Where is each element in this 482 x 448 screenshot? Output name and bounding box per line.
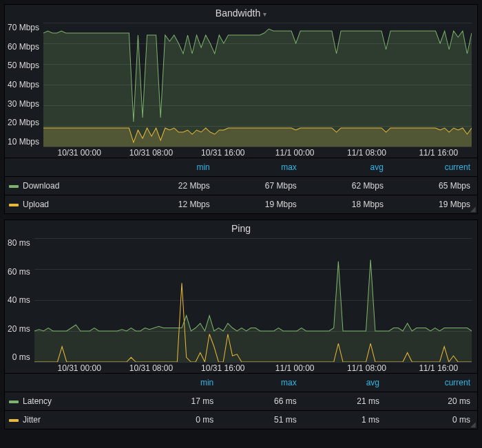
y-axis: 80 ms60 ms40 ms20 ms0 ms bbox=[8, 238, 34, 362]
legend-series-cell[interactable]: Upload bbox=[5, 195, 130, 214]
series-fill bbox=[43, 29, 472, 147]
legend-row[interactable]: Latency17 ms66 ms21 ms20 ms bbox=[5, 392, 477, 411]
series-line bbox=[34, 260, 472, 332]
grid-line bbox=[34, 362, 472, 363]
x-tick-label: 10/31 00:00 bbox=[43, 148, 115, 158]
legend-row[interactable]: Upload12 Mbps19 Mbps18 Mbps19 Mbps bbox=[5, 195, 477, 214]
y-tick-label: 70 Mbps bbox=[8, 23, 39, 32]
legend-series-name: Download bbox=[23, 181, 59, 191]
x-tick-label: 11/1 16:00 bbox=[403, 148, 474, 158]
legend-series-cell[interactable]: Latency bbox=[5, 392, 138, 411]
legend-value-current: 0 ms bbox=[386, 411, 477, 429]
panel-title-text: Bandwidth bbox=[216, 8, 260, 19]
chart-area[interactable]: 80 ms60 ms40 ms20 ms0 ms bbox=[5, 235, 477, 362]
legend-value-current: 65 Mbps bbox=[390, 177, 477, 195]
legend-series-name: Upload bbox=[23, 200, 49, 209]
page: Bandwidth▾70 Mbps60 Mbps50 Mbps40 Mbps30… bbox=[0, 0, 482, 439]
y-tick-label: 50 Mbps bbox=[8, 61, 39, 70]
x-axis: 10/31 00:0010/31 08:0010/31 16:0011/1 00… bbox=[43, 362, 477, 373]
x-tick-label: 10/31 08:00 bbox=[115, 148, 187, 158]
resize-handle-icon[interactable]: ◢ bbox=[470, 422, 476, 427]
x-axis: 10/31 00:0010/31 08:0010/31 16:0011/1 00… bbox=[43, 147, 477, 158]
legend-value-avg: 62 Mbps bbox=[304, 177, 390, 195]
y-tick-label: 0 ms bbox=[8, 352, 30, 362]
y-tick-label: 80 ms bbox=[8, 238, 30, 248]
legend-swatch-icon bbox=[9, 419, 19, 422]
x-tick-label: 10/31 16:00 bbox=[187, 148, 259, 158]
chart-area[interactable]: 70 Mbps60 Mbps50 Mbps40 Mbps30 Mbps20 Mb… bbox=[5, 20, 477, 147]
legend-header-min[interactable]: min bbox=[138, 374, 220, 392]
panel-title-text: Ping bbox=[231, 223, 251, 234]
panel-title[interactable]: Bandwidth▾ bbox=[5, 5, 477, 20]
legend-value-avg: 21 ms bbox=[304, 392, 386, 411]
legend-table: minmaxavgcurrentLatency17 ms66 ms21 ms20… bbox=[5, 373, 477, 429]
grid-line bbox=[43, 147, 472, 147]
legend-swatch-icon bbox=[9, 185, 19, 188]
x-tick-label: 10/31 16:00 bbox=[187, 363, 259, 373]
y-tick-label: 40 ms bbox=[8, 295, 30, 305]
legend-value-min: 12 Mbps bbox=[130, 195, 217, 214]
x-tick-label: 11/1 08:00 bbox=[331, 363, 402, 373]
y-tick-label: 60 ms bbox=[8, 267, 30, 277]
chart-svg bbox=[34, 238, 472, 362]
legend-value-max: 51 ms bbox=[220, 411, 303, 429]
y-tick-label: 30 Mbps bbox=[8, 99, 39, 109]
legend-value-max: 19 Mbps bbox=[217, 195, 304, 214]
legend-series-cell[interactable]: Download bbox=[5, 177, 130, 195]
y-tick-label: 10 Mbps bbox=[8, 137, 39, 147]
panel-ping[interactable]: Ping80 ms60 ms40 ms20 ms0 ms10/31 00:001… bbox=[4, 220, 478, 429]
resize-handle-icon[interactable]: ◢ bbox=[470, 206, 476, 212]
x-tick-label: 11/1 00:00 bbox=[259, 148, 331, 158]
plot[interactable] bbox=[34, 238, 472, 362]
legend-series-cell[interactable]: Jitter bbox=[5, 411, 138, 429]
legend-value-min: 22 Mbps bbox=[130, 177, 217, 195]
legend-series-name: Latency bbox=[23, 396, 52, 406]
chart-svg bbox=[43, 23, 472, 147]
legend-header-avg[interactable]: avg bbox=[304, 374, 386, 392]
legend-value-max: 66 ms bbox=[220, 392, 303, 411]
x-tick-label: 11/1 16:00 bbox=[403, 363, 474, 373]
legend-value-current: 20 ms bbox=[386, 392, 477, 411]
legend-series-name: Jitter bbox=[23, 415, 41, 425]
series-fill bbox=[34, 260, 472, 363]
x-tick-label: 10/31 08:00 bbox=[115, 363, 187, 373]
legend-value-min: 17 ms bbox=[138, 392, 220, 411]
plot[interactable] bbox=[43, 23, 472, 147]
legend-value-current: 19 Mbps bbox=[390, 195, 477, 214]
legend-value-avg: 18 Mbps bbox=[304, 195, 390, 214]
x-tick-label: 10/31 00:00 bbox=[43, 363, 115, 373]
y-tick-label: 20 ms bbox=[8, 324, 30, 334]
legend-value-avg: 1 ms bbox=[304, 411, 386, 429]
panel-title[interactable]: Ping bbox=[5, 220, 477, 235]
legend-header-max[interactable]: max bbox=[217, 158, 304, 177]
legend-header-min[interactable]: min bbox=[130, 158, 217, 177]
x-tick-label: 11/1 08:00 bbox=[331, 148, 402, 158]
legend-row[interactable]: Download22 Mbps67 Mbps62 Mbps65 Mbps bbox=[5, 177, 477, 195]
legend-row[interactable]: Jitter0 ms51 ms1 ms0 ms bbox=[5, 411, 477, 429]
chevron-down-icon: ▾ bbox=[260, 10, 266, 18]
y-axis: 70 Mbps60 Mbps50 Mbps40 Mbps30 Mbps20 Mb… bbox=[8, 23, 43, 147]
y-tick-label: 20 Mbps bbox=[8, 118, 39, 127]
legend-swatch-icon bbox=[9, 401, 19, 403]
y-tick-label: 40 Mbps bbox=[8, 80, 39, 89]
legend-value-min: 0 ms bbox=[138, 411, 220, 429]
y-tick-label: 60 Mbps bbox=[8, 42, 39, 52]
panel-bandwidth[interactable]: Bandwidth▾70 Mbps60 Mbps50 Mbps40 Mbps30… bbox=[4, 4, 478, 214]
legend-header-max[interactable]: max bbox=[220, 374, 303, 392]
legend-value-max: 67 Mbps bbox=[217, 177, 304, 195]
legend-header-current[interactable]: current bbox=[390, 158, 477, 177]
legend-blank-header bbox=[5, 158, 130, 177]
legend-header-avg[interactable]: avg bbox=[304, 158, 390, 177]
x-tick-label: 11/1 00:00 bbox=[259, 363, 331, 373]
legend-blank-header bbox=[5, 374, 138, 392]
legend-table: minmaxavgcurrentDownload22 Mbps67 Mbps62… bbox=[5, 158, 477, 213]
legend-swatch-icon bbox=[9, 204, 19, 206]
legend-header-current[interactable]: current bbox=[386, 374, 477, 392]
